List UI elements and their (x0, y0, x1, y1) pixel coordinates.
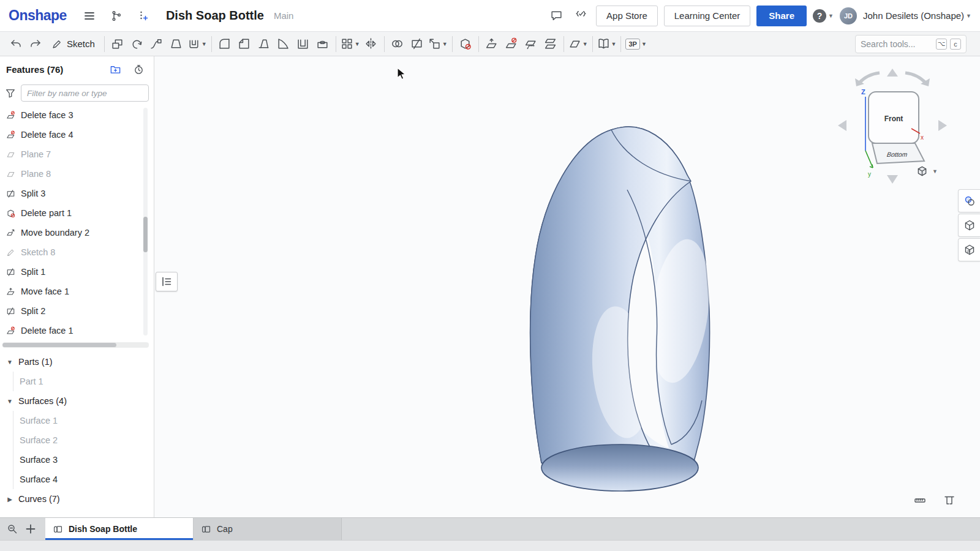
shell-button[interactable] (293, 35, 313, 53)
feature-item[interactable]: Delete face 3 (0, 105, 154, 125)
feature-item[interactable]: Split 3 (0, 184, 154, 203)
appearance-panel-button[interactable] (958, 189, 980, 212)
search-tools-field[interactable]: ⌥ c (855, 35, 967, 53)
featurescript-button[interactable] (571, 7, 590, 25)
chevron-down-icon: ▼ (611, 41, 617, 47)
tabbar-scroll-strip[interactable] (0, 540, 980, 551)
extrude-button[interactable] (108, 35, 127, 53)
onshape-app: { "header": { "logo": "Onshape", "doc_ti… (0, 0, 980, 551)
list-item[interactable]: Surface 2 (13, 430, 154, 450)
feature-item[interactable]: Sketch 8 (0, 242, 154, 262)
revolve-button[interactable] (127, 35, 147, 53)
share-button[interactable]: Share (756, 6, 807, 26)
versions-button[interactable] (107, 7, 126, 25)
filter-funnel-icon[interactable] (5, 88, 16, 99)
feature-item[interactable]: Delete face 4 (0, 125, 154, 144)
studio-tab[interactable]: Dish Soap Bottle (45, 518, 194, 540)
feature-group-header[interactable]: ▶Curves (7) (0, 489, 154, 509)
list-item[interactable]: Surface 4 (13, 470, 154, 489)
feature-group-header[interactable]: ▼Surfaces (4) (0, 391, 154, 411)
view-orientation-button[interactable]: ▼ (916, 165, 938, 177)
add-tab-button[interactable] (24, 523, 37, 535)
search-tools-input[interactable] (861, 39, 933, 49)
comments-button[interactable] (547, 7, 565, 25)
transform-button[interactable]: ▼ (427, 35, 449, 53)
chevron-down-icon[interactable]: ▼ (6, 398, 13, 405)
scrollbar-thumb[interactable] (2, 343, 116, 347)
move-face-icon (6, 287, 15, 296)
list-item[interactable]: Surface 3 (13, 450, 154, 470)
hole-button[interactable] (313, 35, 333, 53)
chevron-down-icon[interactable]: ▼ (6, 359, 13, 365)
undo-button[interactable] (6, 35, 26, 53)
feature-item[interactable]: Delete face 1 (0, 321, 154, 340)
rotate-up-arrow-icon[interactable] (887, 69, 898, 77)
rollback-bar-handle[interactable] (156, 272, 178, 291)
workspace-name[interactable]: Main (274, 10, 294, 21)
display-states-panel-button[interactable] (958, 214, 980, 237)
split-button[interactable] (407, 35, 427, 53)
feature-item[interactable]: Move boundary 2 (0, 223, 154, 242)
version-tree-icon (110, 10, 123, 22)
new-folder-button[interactable] (106, 60, 124, 78)
three-point-button[interactable]: 3P▼ (624, 35, 647, 53)
app-store-button[interactable]: App Store (596, 6, 658, 26)
user-menu-button[interactable]: John Desilets (Onshape) ▼ (863, 10, 971, 21)
feature-item[interactable]: Split 1 (0, 262, 154, 282)
user-avatar[interactable]: JD (840, 7, 857, 24)
replace-face-button[interactable] (541, 35, 560, 53)
delete-part-button[interactable] (456, 35, 475, 53)
linear-pattern-button[interactable]: ▼ (339, 35, 361, 53)
horizontal-scrollbar[interactable] (2, 342, 149, 348)
feature-item[interactable]: Split 2 (0, 301, 154, 321)
list-item[interactable]: Part 1 (13, 372, 154, 391)
filter-row (0, 82, 154, 104)
list-item[interactable]: Surface 1 (13, 411, 154, 430)
rotate-right-arrow-icon[interactable] (905, 73, 926, 83)
rotate-down-arrow-icon[interactable] (887, 175, 898, 184)
help-menu-button[interactable]: ? ▼ (813, 7, 834, 25)
sweep-button[interactable] (147, 35, 167, 53)
redo-button[interactable] (26, 35, 45, 53)
feature-group-header[interactable]: ▼Parts (1) (0, 352, 154, 372)
rotate-left-arrow-icon[interactable] (859, 73, 880, 83)
scrollbar-thumb[interactable] (143, 217, 148, 252)
offset-surface-button[interactable] (521, 35, 541, 53)
feature-item[interactable]: Delete part 1 (0, 203, 154, 223)
configurations-panel-button[interactable] (958, 238, 980, 261)
toolbar-divider (620, 36, 621, 52)
fillet-button[interactable] (215, 35, 235, 53)
feature-item[interactable]: Plane 8 (0, 164, 154, 184)
rib-button[interactable] (274, 35, 293, 53)
insert-button[interactable] (134, 7, 153, 25)
plane-tools-button[interactable]: ▼ (567, 35, 589, 53)
caliper-icon[interactable] (943, 494, 956, 506)
move-face-button[interactable] (482, 35, 502, 53)
onshape-logo[interactable]: Onshape (9, 7, 67, 24)
filter-input[interactable] (21, 84, 149, 102)
feature-item[interactable]: Move face 1 (0, 282, 154, 301)
delete-face-button[interactable] (502, 35, 521, 53)
rollback-history-button[interactable] (129, 60, 148, 78)
browse-tabs-button[interactable] (6, 523, 18, 535)
chamfer-button[interactable] (235, 35, 254, 53)
sketch-button[interactable]: Sketch (45, 35, 101, 53)
delete-face-icon (6, 130, 15, 140)
boolean-button[interactable] (388, 35, 407, 53)
draft-button[interactable] (254, 35, 274, 53)
dish-soap-bottle-model[interactable] (513, 109, 722, 507)
studio-tab[interactable]: Cap (194, 518, 342, 540)
learning-center-button[interactable]: Learning Center (664, 6, 751, 26)
loft-button[interactable] (167, 35, 186, 53)
views-button[interactable]: ▼ (596, 35, 618, 53)
feature-item[interactable]: Plane 7 (0, 144, 154, 164)
rotate-west-arrow-icon[interactable] (838, 120, 846, 131)
model-viewport[interactable]: Z y x Front Bottom ▼ (155, 57, 980, 517)
thicken-button[interactable]: ▼ (186, 35, 208, 53)
chevron-right-icon[interactable]: ▶ (6, 496, 13, 503)
main-menu-button[interactable] (80, 7, 99, 25)
scale-ruler-icon[interactable] (914, 494, 926, 506)
mirror-button[interactable] (361, 35, 381, 53)
rotate-east-arrow-icon[interactable] (938, 120, 947, 131)
vertical-scrollbar[interactable] (143, 108, 148, 335)
